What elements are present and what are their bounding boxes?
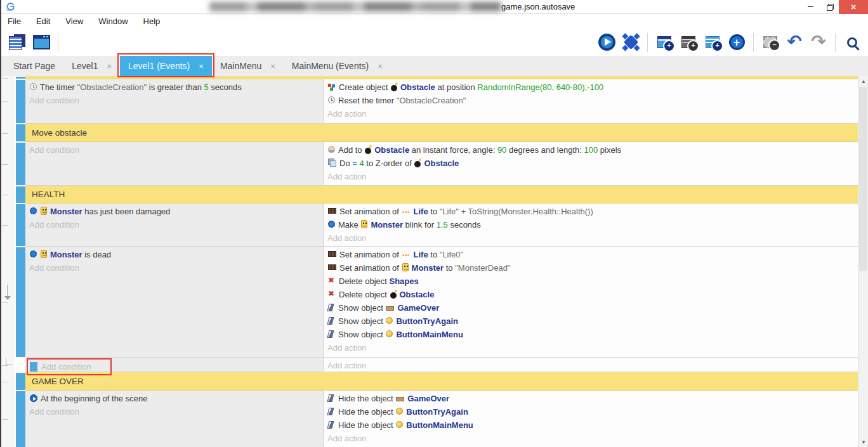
group-header[interactable]: HEALTH <box>25 186 858 204</box>
action-line[interactable]: Delete object Obstacle <box>324 288 858 301</box>
event-selection-bar[interactable] <box>16 373 25 390</box>
tab-close-icon[interactable]: × <box>270 62 275 71</box>
menu-view[interactable]: View <box>65 16 83 26</box>
hide-icon <box>327 394 334 402</box>
menu-window[interactable]: Window <box>98 16 128 26</box>
condition-line[interactable]: At the beginning of the scene <box>25 392 323 405</box>
gutter <box>0 358 15 372</box>
undo-icon <box>787 34 801 50</box>
condition-line[interactable]: Monster is dead <box>25 248 323 261</box>
action-line[interactable]: Reset the timer "ObstacleCreation" <box>324 94 858 107</box>
event-selection-bar[interactable] <box>16 124 25 141</box>
close-button[interactable]: × <box>839 0 868 14</box>
action-line[interactable]: Hide the object ButtonMainMenu <box>324 418 858 432</box>
menu-edit[interactable]: Edit <box>36 16 50 26</box>
add-comment-icon[interactable] <box>701 31 724 54</box>
add-event-icon[interactable] <box>653 31 676 54</box>
add-condition-button[interactable]: Add condition <box>25 218 323 231</box>
text-segment: at position <box>435 82 478 92</box>
action-line[interactable]: Set animation of Life to "Life0" <box>324 248 858 261</box>
action-line[interactable]: Create object Obstacle at position Rando… <box>324 81 858 94</box>
add-condition-button[interactable]: Add condition <box>41 360 91 373</box>
annotation-box-add-condition: Add condition <box>27 358 112 375</box>
minimize-button[interactable] <box>801 0 820 14</box>
tab-close-icon[interactable]: × <box>378 62 383 71</box>
add-condition-button[interactable]: Add condition <box>25 405 323 418</box>
toolbar-right-group <box>595 31 864 54</box>
action-line[interactable]: Show object ButtonMainMenu <box>324 328 858 341</box>
action-line[interactable]: Show object ButtonTryAgain <box>324 314 858 328</box>
event-drag-handle[interactable] <box>30 362 37 372</box>
button-icon <box>396 421 403 428</box>
action-line[interactable]: Set animation of Monster to "MonsterDead… <box>324 261 858 275</box>
redo-icon[interactable] <box>807 31 830 54</box>
search-icon[interactable] <box>841 31 864 54</box>
action-line[interactable]: Do = 4 to Z-order of Obstacle <box>324 157 858 170</box>
play-icon[interactable] <box>595 31 618 54</box>
tab-level1[interactable]: Level1× <box>63 56 120 76</box>
tab-start-page[interactable]: Start Page <box>5 56 63 76</box>
vertical-scrollbar[interactable]: ▲ ▼ <box>858 76 868 447</box>
actions-column: Add to Obstacle an instant force, angle:… <box>324 142 858 186</box>
action-line[interactable]: Make Monster blink for 1.5 seconds <box>324 218 858 231</box>
scroll-up-icon[interactable]: ▲ <box>858 76 868 86</box>
add-circle-icon[interactable] <box>725 31 748 54</box>
action-line[interactable]: Hide the object GameOver <box>324 392 858 405</box>
timer-icon <box>328 96 335 103</box>
add-condition-button[interactable]: Add condition <box>25 261 323 275</box>
tab-mainmenu[interactable]: MainMenu× <box>212 56 284 76</box>
text-segment: ButtonTryAgain <box>406 407 468 417</box>
conditions-column: The timer "ObstacleCreation" is greater … <box>25 79 324 124</box>
menu-help[interactable]: Help <box>143 16 161 26</box>
zorder-icon <box>328 159 336 167</box>
add-subevent-icon[interactable] <box>677 31 700 54</box>
tab-close-icon[interactable]: × <box>107 62 112 71</box>
button-icon <box>386 317 393 324</box>
add-action-button[interactable]: Add action <box>324 359 858 372</box>
add-action-button[interactable]: Add action <box>324 341 858 354</box>
scene-editor-icon[interactable] <box>30 31 53 54</box>
tab-level1-events[interactable]: Level1 (Events)× <box>120 56 212 76</box>
add-action-button[interactable]: Add action <box>324 432 858 445</box>
event-cells: Add conditionAdd action <box>25 358 858 372</box>
delete-event-icon[interactable] <box>759 31 782 54</box>
restore-button[interactable] <box>820 0 839 14</box>
event-selection-bar[interactable] <box>16 186 25 203</box>
add-action-button[interactable]: Add action <box>324 107 858 120</box>
undo-icon[interactable] <box>783 31 806 54</box>
event-selection-bar[interactable] <box>16 391 25 447</box>
delete-event-icon <box>763 36 777 48</box>
action-line[interactable]: Delete object Shapes <box>324 275 858 288</box>
text-segment: Show object <box>338 316 385 326</box>
add-condition-button[interactable]: Add condition <box>25 94 323 107</box>
action-line[interactable]: Add to Obstacle an instant force, angle:… <box>324 143 858 157</box>
event-selection-bar[interactable] <box>16 80 25 123</box>
tab-close-icon[interactable]: × <box>199 62 204 71</box>
text-segment: seconds <box>448 220 481 230</box>
condition-line[interactable]: The timer "ObstacleCreation" is greater … <box>25 81 323 94</box>
add-condition-button[interactable]: Add condition <box>25 143 323 157</box>
debug-icon[interactable] <box>619 31 642 54</box>
menu-file[interactable]: File <box>8 16 21 26</box>
event-selection-bar[interactable] <box>16 77 25 79</box>
condition-line[interactable]: Monster has just been damaged <box>25 205 323 218</box>
event-selection-bar[interactable] <box>16 204 25 246</box>
tab-mainmenu-events[interactable]: MainMenu (Events)× <box>284 56 391 76</box>
group-header[interactable]: Move obstacle <box>25 124 858 142</box>
toolbar-separator <box>753 33 754 52</box>
actions-column: Create object Obstacle at position Rando… <box>324 79 858 124</box>
action-line[interactable]: Hide the object ButtonTryAgain <box>324 405 858 418</box>
scroll-down-icon[interactable]: ▼ <box>858 437 868 447</box>
text-segment: Delete object <box>339 276 390 286</box>
event-selection-bar[interactable] <box>16 247 25 357</box>
add-action-button[interactable]: Add action <box>324 231 858 245</box>
banner-icon <box>386 306 394 311</box>
group-header[interactable]: GAME OVER <box>25 372 858 391</box>
project-manager-icon[interactable] <box>6 31 29 54</box>
event-selection-bar[interactable] <box>16 143 25 185</box>
scrollbar-thumb[interactable] <box>859 87 867 271</box>
event-row: Add conditionAdd action <box>0 358 858 372</box>
action-line[interactable]: Set animation of Life to "Life" + ToStri… <box>324 205 858 218</box>
add-action-button[interactable]: Add action <box>324 170 858 183</box>
action-line[interactable]: Show object GameOver <box>324 301 858 314</box>
